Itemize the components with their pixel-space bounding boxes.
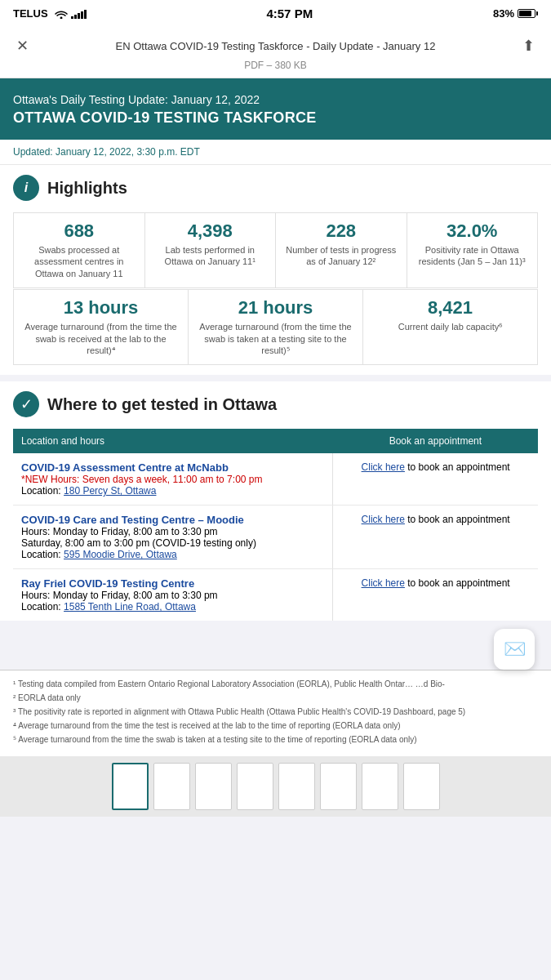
footnote-5: ⁵ Average turnaround from the time the s… <box>13 734 538 746</box>
book-suffix-3: to book an appointment <box>405 577 510 589</box>
thumbnail-4[interactable] <box>237 763 273 810</box>
click-here-link-3[interactable]: Click here <box>362 577 405 589</box>
info-icon: i <box>13 175 39 201</box>
stat-cell-32: 32.0% Positivity rate in Ottawa resident… <box>407 213 538 287</box>
location-cell-1: COVID-19 Assessment Centre at McNabb *NE… <box>13 453 333 506</box>
thumbnail-strip <box>0 756 551 817</box>
stat-value-13h: 13 hours <box>20 298 181 318</box>
signal-icon <box>71 9 87 19</box>
tested-section: ✓ Where to get tested in Ottawa Location… <box>0 381 551 621</box>
stat-value-4398: 4,398 <box>152 221 269 241</box>
stat-value-21h: 21 hours <box>195 298 356 318</box>
book-cell-3: Click here to book an appointment <box>333 569 538 621</box>
stat-value-228: 228 <box>282 221 400 241</box>
table-row: COVID-19 Assessment Centre at McNabb *NE… <box>13 453 538 506</box>
stat-cell-688: 688 Swabs processed at assessment centre… <box>14 213 144 287</box>
testing-table: Location and hours Book an appointment C… <box>13 429 538 621</box>
col-header-location: Location and hours <box>13 429 333 453</box>
stat-cell-4398: 4,398 Lab tests performed in Ottawa on J… <box>145 213 276 287</box>
stat-label-4398: Lab tests performed in Ottawa on January… <box>152 244 269 268</box>
doc-subtitle: Ottawa's Daily Testing Update: January 1… <box>13 93 538 106</box>
section-divider <box>0 375 551 381</box>
nav-bar: ✕ EN Ottawa COVID-19 Testing Taskforce -… <box>0 27 551 78</box>
stat-value-8421: 8,421 <box>370 298 531 318</box>
nav-subtitle: PDF – 380 KB <box>10 60 541 71</box>
highlights-header: i Highlights <box>13 175 538 201</box>
checkmark-icon: ✓ <box>13 391 39 417</box>
stats-grid-bottom: 13 hours Average turnaround (from the ti… <box>13 289 538 365</box>
location-address-2[interactable]: 595 Moodie Drive, Ottawa <box>64 549 177 560</box>
book-cell-1: Click here to book an appointment <box>333 453 538 506</box>
thumbnail-8[interactable] <box>403 763 440 810</box>
table-row: COVID-19 Care and Testing Centre – Moodi… <box>13 506 538 569</box>
nav-title: EN Ottawa COVID-19 Testing Taskforce - D… <box>35 40 516 52</box>
fab-area: ✉️ <box>0 621 551 670</box>
book-suffix-2: to book an appointment <box>405 514 510 525</box>
content-area: Ottawa's Daily Testing Update: January 1… <box>0 78 551 817</box>
status-right: 83% <box>493 7 538 20</box>
stat-label-13h: Average turnaround (from the time the sw… <box>20 321 181 356</box>
stat-label-688: Swabs processed at assessment centres in… <box>20 244 138 279</box>
status-left: TELUS <box>13 7 87 20</box>
thumbnail-3[interactable] <box>195 763 232 810</box>
tested-title: Where to get tested in Ottawa <box>47 395 277 414</box>
stat-label-21h: Average turnaround (from the time the sw… <box>195 321 356 356</box>
email-icon: ✉️ <box>504 639 526 660</box>
thumbnail-5[interactable] <box>278 763 315 810</box>
time-display: 4:57 PM <box>266 7 313 20</box>
thumbnail-2[interactable] <box>153 763 190 810</box>
stat-cell-21h: 21 hours Average turnaround (from the ti… <box>189 290 362 364</box>
stat-cell-228: 228 Number of tests in progress as of Ja… <box>276 213 407 287</box>
footnote-3: ³ The positivity rate is reported in ali… <box>13 706 538 718</box>
doc-title: OTTAWA COVID-19 TESTING TASKFORCE <box>13 109 538 127</box>
new-hours-1: *NEW Hours: Seven days a week, 11:00 am … <box>21 474 262 485</box>
location-address-3[interactable]: 1585 Tenth Line Road, Ottawa <box>64 601 196 612</box>
tested-header: ✓ Where to get tested in Ottawa <box>13 391 538 417</box>
updated-line: Updated: January 12, 2022, 3:30 p.m. EDT <box>0 140 551 165</box>
location-cell-2: COVID-19 Care and Testing Centre – Moodi… <box>13 506 333 569</box>
stat-value-32: 32.0% <box>414 221 531 241</box>
location-name-2: COVID-19 Care and Testing Centre – Moodi… <box>21 514 324 526</box>
hours-3: Hours: Monday to Friday, 8:00 am to 3:30… <box>21 590 218 601</box>
footnote-1: ¹ Testing data compiled from Eastern Ont… <box>13 679 538 690</box>
location-name-3: Ray Friel COVID-19 Testing Centre <box>21 577 324 590</box>
doc-header: Ottawa's Daily Testing Update: January 1… <box>0 78 551 140</box>
footnote-2: ² EORLA data only <box>13 693 538 704</box>
email-fab-button[interactable]: ✉️ <box>494 629 535 670</box>
footnote-4: ⁴ Average turnaround from the time the t… <box>13 720 538 732</box>
thumbnail-6[interactable] <box>320 763 357 810</box>
share-button[interactable]: ⬆ <box>516 33 541 58</box>
location-label-3: Location: <box>21 601 61 612</box>
highlights-section: i Highlights 688 Swabs processed at asse… <box>0 165 551 375</box>
thumbnail-1[interactable] <box>112 763 149 810</box>
col-header-book: Book an appointment <box>333 429 538 453</box>
location-label-1: Location: <box>21 485 61 497</box>
stat-value-688: 688 <box>20 221 138 241</box>
stats-grid-top: 688 Swabs processed at assessment centre… <box>13 212 538 288</box>
table-row: Ray Friel COVID-19 Testing Centre Hours:… <box>13 569 538 621</box>
close-button[interactable]: ✕ <box>10 33 35 58</box>
location-address-1[interactable]: 180 Percy St, Ottawa <box>64 485 156 497</box>
status-bar: TELUS 4:57 PM 83% <box>0 0 551 27</box>
click-here-link-2[interactable]: Click here <box>362 514 405 525</box>
battery-percent: 83% <box>493 7 514 20</box>
stat-cell-13h: 13 hours Average turnaround (from the ti… <box>14 290 188 364</box>
footnotes-area: ¹ Testing data compiled from Eastern Ont… <box>0 670 551 756</box>
stat-cell-8421: 8,421 Current daily lab capacity⁶ <box>363 290 537 364</box>
thumbnail-7[interactable] <box>362 763 398 810</box>
stat-label-32: Positivity rate in Ottawa residents (Jan… <box>414 244 531 268</box>
stat-label-228: Number of tests in progress as of Januar… <box>282 244 400 268</box>
battery-icon <box>518 9 538 18</box>
location-label-2: Location: <box>21 549 61 560</box>
highlights-title: Highlights <box>47 179 127 198</box>
book-cell-2: Click here to book an appointment <box>333 506 538 569</box>
click-here-link-1[interactable]: Click here <box>362 461 405 473</box>
location-name-1: COVID-19 Assessment Centre at McNabb <box>21 461 324 474</box>
stat-label-8421: Current daily lab capacity⁶ <box>370 321 531 332</box>
hours2-2: Saturday, 8:00 am to 3:00 pm (COVID-19 t… <box>21 537 256 549</box>
wifi-icon <box>55 9 68 19</box>
location-cell-3: Ray Friel COVID-19 Testing Centre Hours:… <box>13 569 333 621</box>
carrier-label: TELUS <box>13 7 48 20</box>
hours-2: Hours: Monday to Friday, 8:00 am to 3:30… <box>21 526 218 537</box>
book-suffix-1: to book an appointment <box>405 461 510 473</box>
